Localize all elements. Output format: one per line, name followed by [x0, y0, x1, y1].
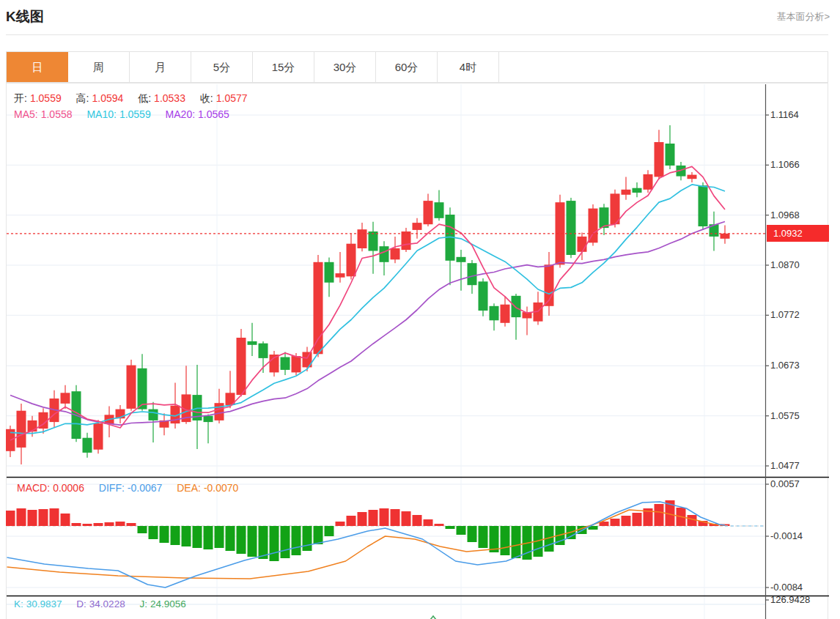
- chart-container[interactable]: 开:1.0559 高:1.0594 低:1.0533 收:1.0577 MA5:…: [6, 83, 828, 619]
- tab-5min[interactable]: 5分: [191, 52, 253, 82]
- tab-day[interactable]: 日: [7, 52, 68, 82]
- page-title: K线图: [6, 7, 44, 26]
- price-badge: 1.0932: [767, 225, 829, 242]
- candlestick-chart[interactable]: [6, 83, 830, 619]
- fundamental-analysis-link[interactable]: 基本面分析>: [776, 10, 830, 23]
- tab-week[interactable]: 周: [68, 52, 130, 82]
- title-divider: [6, 34, 828, 35]
- tab-month[interactable]: 月: [130, 52, 191, 82]
- tab-30min[interactable]: 30分: [314, 52, 376, 82]
- period-tabbar: 日周月5分15分30分60分4时: [6, 51, 828, 83]
- tab-15min[interactable]: 15分: [253, 52, 314, 82]
- tab-4hour[interactable]: 4时: [438, 52, 499, 82]
- kline-page: K线图 基本面分析> 日周月5分15分30分60分4时 开:1.0559 高:1…: [0, 0, 840, 619]
- tab-60min[interactable]: 60分: [376, 52, 438, 82]
